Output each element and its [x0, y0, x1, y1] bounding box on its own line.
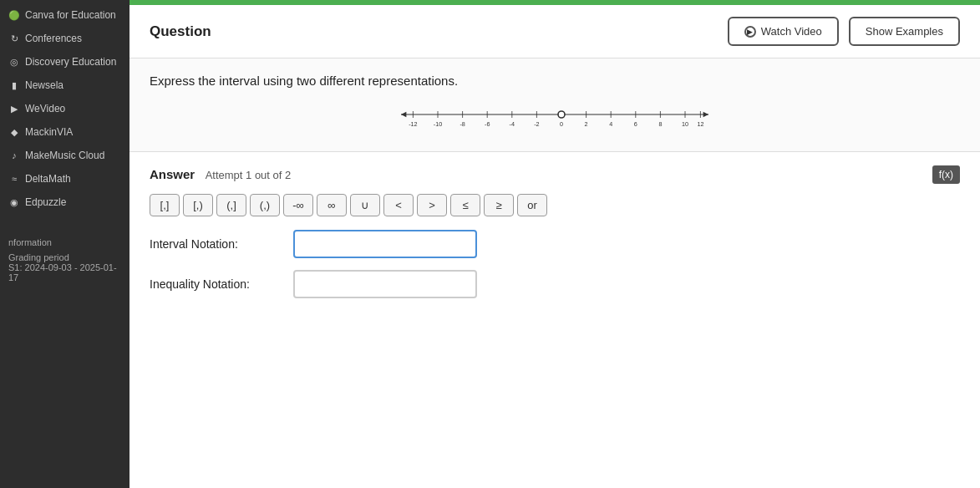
sidebar-item-label: Conferences — [25, 33, 121, 44]
sym-bracket-left-open[interactable]: [,) — [183, 194, 213, 216]
discovery-icon: ◎ — [8, 56, 20, 68]
svg-text:0: 0 — [560, 120, 563, 128]
svg-text:-8: -8 — [460, 120, 465, 128]
mackinvia-icon: ◆ — [8, 126, 20, 138]
number-line-wrapper: -12 -10 -8 -6 -4 — [354, 101, 755, 135]
sym-inf[interactable]: ∞ — [317, 194, 347, 216]
content-area: Question ▶ Watch Video Show Examples Exp… — [129, 5, 980, 488]
interval-notation-row: Interval Notation: — [150, 230, 960, 258]
edpuzzle-icon: ◉ — [8, 196, 20, 208]
svg-text:-12: -12 — [409, 120, 417, 128]
inequality-notation-label: Inequality Notation: — [150, 277, 283, 291]
sym-neg-inf[interactable]: -∞ — [283, 194, 313, 216]
attempt-text: Attempt 1 out of 2 — [206, 169, 292, 181]
sym-less-eq[interactable]: ≤ — [450, 194, 480, 216]
grading-period-label: Grading period — [8, 252, 121, 262]
answer-header-left: Answer Attempt 1 out of 2 — [150, 167, 291, 182]
sidebar-item-deltamath[interactable]: ≈ DeltaMath — [0, 167, 129, 191]
sidebar-item-label: Discovery Education — [25, 56, 121, 68]
svg-marker-2 — [703, 112, 708, 117]
sidebar-item-conferences[interactable]: ↻ Conferences — [0, 27, 129, 50]
inequality-notation-row: Inequality Notation: — [150, 270, 960, 298]
svg-text:8: 8 — [658, 120, 662, 128]
svg-text:4: 4 — [609, 120, 612, 128]
sidebar-item-makemusic[interactable]: ♪ MakeMusic Cloud — [0, 144, 129, 167]
svg-text:-2: -2 — [534, 120, 539, 128]
sidebar-item-mackinvia[interactable]: ◆ MackinVIA — [0, 120, 129, 144]
question-header: Question ▶ Watch Video Show Examples — [129, 5, 980, 58]
sym-bracket-right-closed[interactable]: (,] — [216, 194, 246, 216]
answer-label: Answer — [150, 167, 195, 181]
svg-text:10: 10 — [682, 120, 688, 128]
sym-less-than[interactable]: < — [383, 194, 414, 216]
show-examples-label: Show Examples — [866, 25, 943, 38]
number-line-container: -12 -10 -8 -6 -4 — [150, 101, 960, 135]
svg-text:12: 12 — [697, 120, 703, 128]
svg-text:-10: -10 — [434, 120, 442, 128]
sym-bracket-left-closed[interactable]: [,] — [150, 194, 180, 216]
watch-video-label: Watch Video — [761, 25, 822, 38]
number-line-svg: -12 -10 -8 -6 -4 — [354, 101, 755, 135]
question-text: Express the interval using two different… — [150, 74, 960, 88]
deltamath-icon: ≈ — [8, 173, 20, 185]
question-title: Question — [150, 23, 211, 40]
symbol-buttons: [,] [,) (,] (,) -∞ ∞ ∪ < > ≤ ≥ or — [150, 194, 960, 216]
answer-mode-button[interactable]: f(x) — [932, 165, 960, 184]
sidebar-item-newsela[interactable]: ▮ Newsela — [0, 74, 129, 97]
svg-marker-1 — [401, 112, 406, 117]
question-body: Express the interval using two different… — [129, 58, 980, 152]
sidebar-item-label: Edpuzzle — [25, 196, 121, 208]
svg-text:2: 2 — [585, 120, 588, 128]
show-examples-button[interactable]: Show Examples — [849, 17, 960, 46]
sidebar-item-wevideo[interactable]: ▶ WeVideo — [0, 97, 129, 120]
sidebar-item-discovery[interactable]: ◎ Discovery Education — [0, 50, 129, 74]
sym-union[interactable]: ∪ — [350, 194, 380, 216]
play-icon: ▶ — [744, 26, 756, 38]
sidebar-item-label: Newsela — [25, 79, 121, 91]
newsela-icon: ▮ — [8, 79, 20, 91]
main-content: Question ▶ Watch Video Show Examples Exp… — [129, 0, 980, 488]
wevideo-icon: ▶ — [8, 103, 20, 114]
sidebar: 🟢 Canva for Education ↻ Conferences ◎ Di… — [0, 0, 129, 488]
sym-bracket-right-open[interactable]: (,) — [250, 194, 280, 216]
sidebar-item-label: Canva for Education — [25, 9, 121, 21]
inequality-notation-input[interactable] — [293, 270, 477, 298]
interval-notation-label: Interval Notation: — [150, 237, 283, 251]
sym-or[interactable]: or — [517, 194, 547, 216]
sidebar-item-edpuzzle[interactable]: ◉ Edpuzzle — [0, 191, 129, 214]
watch-video-button[interactable]: ▶ Watch Video — [728, 17, 839, 46]
sidebar-item-label: MakeMusic Cloud — [25, 150, 121, 161]
sidebar-item-canva[interactable]: 🟢 Canva for Education — [0, 3, 129, 27]
answer-header: Answer Attempt 1 out of 2 f(x) — [150, 165, 960, 184]
sym-greater-eq[interactable]: ≥ — [484, 194, 514, 216]
canva-icon: 🟢 — [8, 9, 20, 21]
interval-notation-input[interactable] — [293, 230, 477, 258]
makemusic-icon: ♪ — [8, 150, 20, 161]
grading-period-value: S1: 2024-09-03 - 2025-01-17 — [8, 262, 121, 282]
sidebar-item-label: DeltaMath — [25, 173, 121, 185]
svg-point-29 — [558, 111, 565, 118]
grading-info-label: nformation — [8, 237, 121, 247]
sidebar-item-label: MackinVIA — [25, 126, 121, 138]
svg-text:6: 6 — [634, 120, 637, 128]
sidebar-item-label: WeVideo — [25, 103, 121, 114]
svg-text:-4: -4 — [510, 120, 515, 128]
sym-greater-than[interactable]: > — [417, 194, 447, 216]
answer-section: Answer Attempt 1 out of 2 f(x) [,] [,) (… — [129, 152, 980, 488]
svg-text:-6: -6 — [485, 120, 490, 128]
header-buttons: ▶ Watch Video Show Examples — [728, 17, 960, 46]
conferences-icon: ↻ — [8, 33, 20, 44]
